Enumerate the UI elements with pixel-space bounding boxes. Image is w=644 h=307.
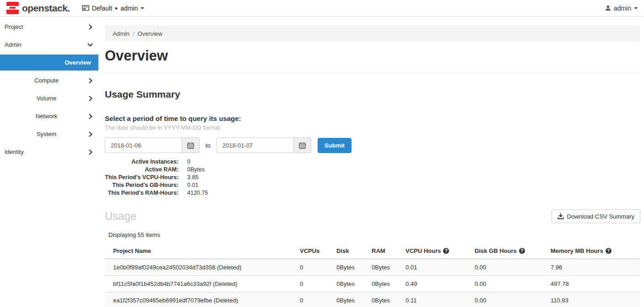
usage-section-header: Usage Download CSV Summary [105, 209, 640, 223]
download-csv-label: Download CSV Summary [567, 213, 634, 220]
cell-vcpus: 0 [300, 259, 336, 276]
stat-label: Active Instances: [105, 158, 179, 166]
submit-button[interactable]: Submit [318, 138, 352, 153]
cell-vcpu-hours: 0.11 [406, 292, 475, 307]
usage-summary-heading: Usage Summary [105, 89, 640, 100]
main-layout: Project Admin Overview Compute Volume Ne… [0, 16, 644, 307]
table-row: ea1f2f357c09465eb6991edf7079efbe (Delete… [105, 292, 640, 307]
sidebar-item-label: Project [5, 23, 88, 30]
table-header-row: Project Name VCPUs Disk RAM VCPU Hours? … [105, 243, 640, 259]
current-domain: Default [92, 5, 112, 12]
current-project: admin [120, 5, 138, 12]
context-separator-dot: ● [115, 5, 118, 11]
date-range-form: to Submit [105, 137, 640, 153]
chevron-right-icon [88, 78, 93, 83]
caret-down-icon [634, 7, 638, 9]
help-icon[interactable]: ? [606, 248, 612, 254]
stat-ram-hours: This Period's RAM-Hours: 4120.75 [105, 189, 640, 197]
col-disk-gb-hours: Disk GB Hours? [475, 243, 551, 259]
sidebar-item-label: System [5, 131, 88, 137]
col-label: Memory MB Hours [551, 247, 603, 254]
brand-text: openstack. [22, 3, 70, 14]
chevron-right-icon [88, 149, 93, 155]
cell-vcpu-hours: 0.01 [406, 259, 475, 276]
app: openstack. Default ● admin admin Project [0, 0, 644, 307]
cell-ram: 0Bytes [372, 292, 406, 307]
domain-card-icon [82, 5, 89, 11]
usage-stats: Active Instances: 0 Active RAM: 0Bytes T… [105, 158, 640, 197]
col-vcpus: VCPUs [300, 243, 336, 259]
usage-table: Project Name VCPUs Disk RAM VCPU Hours? … [105, 243, 640, 307]
cell-project-name: 1e0b0f99af0249cea24502034d73d356 (Delete… [105, 259, 300, 276]
page-title: Overview [105, 48, 640, 64]
breadcrumb-overview: Overview [137, 30, 162, 37]
sidebar-item-identity[interactable]: Identity [0, 143, 98, 161]
chevron-right-icon [88, 114, 93, 119]
sidebar-item-compute[interactable]: Compute [0, 71, 98, 89]
sidebar-item-overview[interactable]: Overview [0, 55, 98, 71]
date-to-calendar-button[interactable] [294, 137, 311, 153]
stat-label: This Period's GB-Hours: [105, 181, 179, 189]
date-to-input[interactable] [216, 137, 294, 153]
openstack-brand[interactable]: openstack. [6, 2, 70, 14]
cell-ram: 0Bytes [372, 276, 406, 292]
col-vcpu-hours: VCPU Hours? [406, 243, 475, 259]
download-csv-button[interactable]: Download CSV Summary [552, 209, 640, 223]
to-label: to [206, 142, 211, 149]
col-label: Disk GB Hours [475, 247, 517, 254]
cell-project-name: bf11c5fa0f1b452db4b7741a6c33a92f (Delete… [105, 276, 300, 292]
top-navbar: openstack. Default ● admin admin [0, 0, 644, 16]
date-to-group [216, 137, 311, 153]
col-ram: RAM [372, 243, 406, 259]
chevron-right-icon [88, 24, 93, 30]
domain-project-switcher[interactable]: Default ● admin [82, 5, 145, 12]
cell-vcpu-hours: 0.49 [406, 276, 475, 292]
download-icon [557, 213, 564, 219]
title-divider [105, 73, 640, 73]
chevron-right-icon [88, 132, 93, 137]
table-row: bf11c5fa0f1b452db4b7741a6c33a92f (Delete… [105, 276, 640, 292]
stat-label: Active RAM: [105, 166, 179, 174]
user-name: admin [614, 5, 631, 12]
stat-label: This Period's RAM-Hours: [105, 189, 179, 197]
stat-value: 4120.75 [187, 189, 208, 197]
cell-vcpus: 0 [300, 276, 336, 292]
sidebar-item-label: Admin [5, 41, 87, 48]
cell-disk: 0Bytes [336, 276, 372, 292]
breadcrumb-separator: / [133, 30, 135, 37]
table-row: 1e0b0f99af0249cea24502034d73d356 (Delete… [105, 259, 640, 276]
col-memory-mb-hours: Memory MB Hours? [551, 243, 640, 259]
period-select-label: Select a period of time to query its usa… [105, 115, 640, 122]
chevron-down-icon [87, 43, 93, 47]
user-menu[interactable]: admin [605, 5, 638, 12]
chevron-right-icon [88, 96, 93, 101]
cell-disk-gb-hours: 0.00 [475, 259, 551, 276]
date-from-group [105, 137, 200, 153]
stat-value: 0 [187, 158, 190, 166]
cell-disk: 0Bytes [336, 259, 372, 276]
cell-project-name: ea1f2f357c09465eb6991edf7079efbe (Delete… [105, 292, 300, 307]
sidebar-item-label: Identity [5, 148, 88, 155]
sidebar-item-system[interactable]: System [0, 125, 98, 143]
user-icon [605, 5, 611, 11]
content-area: Admin / Overview Overview Usage Summary … [98, 16, 644, 307]
cell-ram: 0Bytes [372, 259, 406, 276]
sidebar-item-network[interactable]: Network [0, 107, 98, 125]
stat-value: 3.85 [187, 174, 198, 181]
help-icon[interactable]: ? [443, 248, 449, 254]
date-from-calendar-button[interactable] [182, 137, 200, 153]
cell-memory-mb-hours: 7.96 [551, 259, 640, 276]
sidebar: Project Admin Overview Compute Volume Ne… [0, 16, 98, 307]
col-project-name: Project Name [105, 243, 300, 259]
help-icon[interactable]: ? [519, 248, 525, 254]
calendar-icon [187, 142, 194, 149]
sidebar-item-project[interactable]: Project [0, 18, 98, 36]
sidebar-item-admin[interactable]: Admin [0, 36, 98, 54]
col-disk: Disk [336, 243, 372, 259]
stat-active-instances: Active Instances: 0 [105, 158, 640, 166]
sidebar-item-volume[interactable]: Volume [0, 89, 98, 107]
breadcrumb-admin[interactable]: Admin [113, 30, 130, 37]
calendar-icon [299, 142, 306, 149]
date-from-input[interactable] [105, 137, 182, 153]
cell-disk-gb-hours: 0.00 [475, 276, 551, 292]
